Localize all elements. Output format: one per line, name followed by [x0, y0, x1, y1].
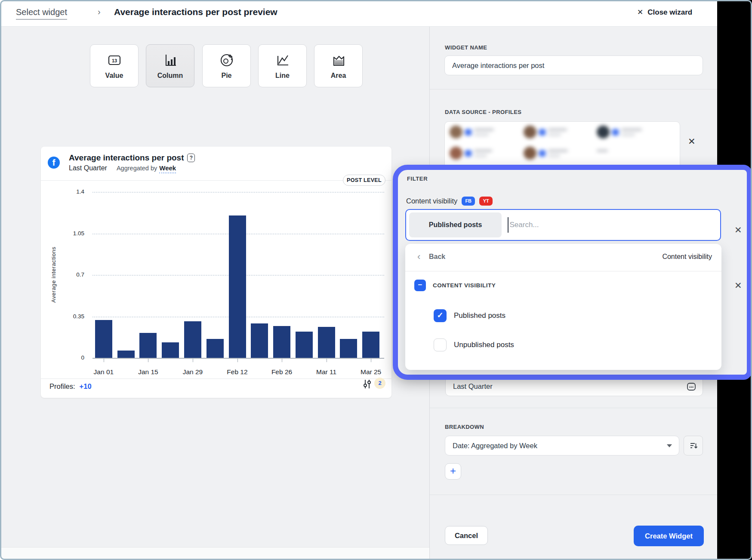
filter-label: FILTER [407, 175, 428, 182]
widget-name-label: WIDGET NAME [445, 44, 487, 51]
filter-field-name: Content visibility [406, 197, 457, 205]
checkbox-unchecked[interactable] [434, 338, 447, 351]
bar-Feb 12[interactable] [229, 215, 246, 358]
breakdown-sort-button[interactable] [684, 436, 703, 455]
help-icon[interactable]: ? [187, 154, 195, 162]
remove-profiles-icon[interactable]: ✕ [688, 136, 696, 147]
aggregation-value[interactable]: Week [159, 164, 176, 173]
section-divider [430, 89, 718, 89]
cancel-button[interactable]: Cancel [445, 526, 488, 545]
y-tick-label: 0 [59, 354, 84, 361]
wizard-header: Select widget › Average interactions per… [1, 0, 717, 27]
dropdown-header: ‹ Back Content visibility [405, 244, 721, 271]
widget-name-input[interactable]: Average interactions per post [444, 55, 703, 75]
widget-wizard-window: Select widget › Average interactions per… [0, 0, 752, 560]
facebook-network-badge: FB [462, 197, 475, 206]
line-chart-icon [274, 52, 291, 68]
bar-week-4[interactable] [162, 342, 179, 358]
svg-text:13: 13 [111, 58, 117, 63]
chart-period: Last Quarter [69, 164, 107, 172]
filter-search-input[interactable]: Published posts Search... [405, 209, 721, 241]
y-tick-label: 0.35 [59, 313, 84, 320]
breadcrumb-select-widget[interactable]: Select widget [16, 7, 67, 20]
youtube-network-badge: YT [479, 197, 493, 206]
x-tick-label: Jan 15 [131, 368, 165, 376]
breakdown-select[interactable]: Date: Aggregated by Week [445, 436, 679, 455]
selected-filter-tag[interactable]: Published posts [409, 212, 502, 237]
chart-title: Average interactions per post ? [69, 153, 195, 163]
chevron-down-icon [667, 444, 672, 447]
aggregated-by-label: Aggregated by [117, 165, 157, 172]
remove-filter-row-icon[interactable]: ✕ [734, 280, 742, 291]
y-tick-label: 1.4 [59, 188, 84, 195]
bar-week-6[interactable] [206, 339, 224, 358]
card-divider [41, 180, 391, 181]
dropdown-heading: Content visibility [405, 253, 712, 261]
calendar-icon[interactable] [686, 382, 697, 392]
bar-Feb 26[interactable] [273, 326, 290, 358]
option-published-posts[interactable]: Published posts [434, 309, 505, 322]
close-icon[interactable]: ✕ [637, 8, 643, 17]
x-tick-label: Mar 25 [354, 368, 388, 376]
profiles-summary: Profiles: +10 [49, 382, 92, 391]
filter-field-row: Content visibility FB YT [406, 197, 493, 206]
active-filters-count-badge: 2 [374, 378, 385, 389]
x-tick-label: Feb 26 [265, 368, 299, 376]
widget-type-column[interactable]: Column [146, 44, 194, 87]
sliders-icon [363, 379, 372, 389]
remove-filter-icon[interactable]: ✕ [734, 225, 742, 235]
chart-filters-button[interactable]: 2 [363, 379, 384, 394]
pie-chart-icon [219, 52, 235, 68]
search-placeholder: Search... [510, 221, 539, 229]
sort-descending-icon [689, 441, 698, 450]
bar-week-10[interactable] [296, 332, 313, 358]
profiles-more-link[interactable]: +10 [80, 382, 92, 391]
card-footer-divider [41, 378, 391, 379]
filter-options-dropdown: ‹ Back Content visibility − CONTENT VISI… [405, 244, 721, 370]
post-level-badge: POST LEVEL [343, 175, 385, 186]
close-wizard-button[interactable]: ✕ Close wizard [637, 8, 692, 17]
column-chart-icon [162, 52, 179, 68]
text-caret [508, 217, 509, 233]
x-tick-label: Jan 01 [86, 368, 121, 376]
bar-Jan 01[interactable] [95, 320, 112, 358]
bar-week-8[interactable] [251, 323, 268, 358]
checkbox-checked[interactable] [434, 309, 447, 322]
preview-panel-footer [1, 547, 429, 559]
page-title: Average interactions per post preview [114, 7, 277, 17]
y-tick-label: 0.7 [59, 271, 84, 278]
y-tick-label: 1.05 [59, 230, 84, 237]
section-divider [430, 408, 718, 408]
x-tick-label: Feb 12 [220, 368, 255, 376]
bar-Jan 29[interactable] [184, 321, 201, 358]
y-axis-label: Average interactions [50, 225, 57, 324]
close-wizard-label: Close wizard [647, 8, 692, 17]
group-label: CONTENT VISIBILITY [433, 282, 496, 289]
bar-week-2[interactable] [117, 351, 135, 358]
x-tick-label: Jan 29 [176, 368, 210, 376]
bar-Mar 11[interactable] [318, 327, 335, 358]
widget-type-area[interactable]: Area [314, 44, 363, 87]
dropdown-divider [405, 271, 721, 271]
group-checkbox-indeterminate[interactable]: − [414, 280, 426, 291]
add-breakdown-button[interactable]: + [445, 463, 461, 480]
bar-Jan 15[interactable] [139, 333, 157, 358]
facebook-icon: f [48, 157, 60, 169]
option-unpublished-posts[interactable]: Unpublished posts [434, 338, 514, 351]
chart-subtitle: Last Quarter Aggregated by Week [69, 164, 176, 173]
bar-week-12[interactable] [340, 339, 357, 358]
value-icon: 13 [106, 52, 123, 68]
widget-type-line[interactable]: Line [258, 44, 307, 87]
actions-divider [430, 495, 718, 495]
create-widget-button[interactable]: Create Widget [634, 526, 704, 546]
area-chart-icon [330, 52, 347, 68]
widget-type-value[interactable]: 13 Value [90, 44, 139, 87]
bar-Mar 25[interactable] [362, 332, 379, 358]
chart-preview-card: f Average interactions per post ? Last Q… [41, 147, 391, 398]
x-tick-label: Mar 11 [309, 368, 344, 376]
data-source-label: DATA SOURCE - PROFILES [445, 109, 521, 115]
filter-section-highlight: FILTER Content visibility FB YT Publishe… [393, 165, 752, 380]
breadcrumb-chevron-icon: › [98, 7, 101, 17]
breakdown-label: BREAKDOWN [445, 424, 484, 430]
widget-type-pie[interactable]: Pie [202, 44, 251, 87]
